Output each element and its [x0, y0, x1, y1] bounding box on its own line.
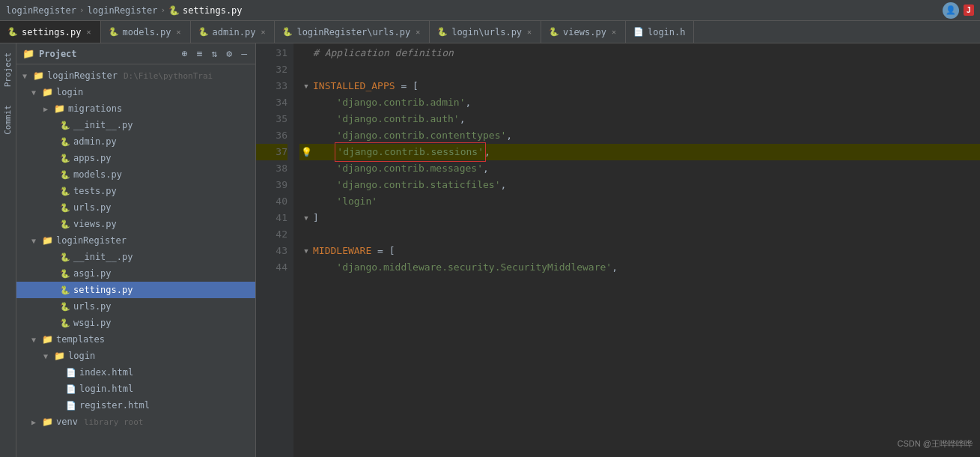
- top-right-icons: 👤 J: [943, 2, 974, 19]
- tree-folder-migrations[interactable]: ▶ 📁 migrations: [16, 100, 255, 117]
- code-lines[interactable]: # Application definition ▼ INSTALLED_APP…: [293, 43, 980, 457]
- tree-folder-login[interactable]: ▼ 📁 login: [16, 84, 255, 100]
- line-39-content: 'django.contrib.staticfiles': [336, 177, 500, 193]
- gutter-37: 💡: [299, 144, 313, 160]
- tab-label-views: views.py: [563, 27, 606, 37]
- project-icon-minimize[interactable]: —: [239, 47, 249, 60]
- project-icon-scope[interactable]: ⊕: [180, 47, 190, 60]
- tree-file-lr-wsgi[interactable]: 🐍 wsgi.py: [16, 315, 255, 331]
- tab-login-h[interactable]: 📄 login.h: [626, 21, 694, 43]
- tree-file-lr-settings[interactable]: 🐍 settings.py: [16, 282, 255, 298]
- tree-file-login-html[interactable]: 📄 login.html: [16, 381, 255, 397]
- tree-file-login-views[interactable]: 🐍 views.py: [16, 216, 255, 232]
- breadcrumb-item-3[interactable]: 🐍 settings.py: [168, 5, 242, 16]
- tree-file-login-tests[interactable]: 🐍 tests.py: [16, 183, 255, 199]
- breadcrumb-item-1[interactable]: loginRegister: [6, 5, 76, 16]
- tab-label-lr-urls: loginRegister\urls.py: [296, 27, 410, 37]
- tree-root-loginregister[interactable]: ▼ 📁 loginRegister D:\File\pythonTrai: [16, 67, 255, 84]
- breadcrumb-item-2[interactable]: loginRegister: [88, 5, 158, 16]
- tab-close-settings[interactable]: ✕: [85, 27, 92, 37]
- line-37-indent: [313, 144, 336, 160]
- tree-file-lr-urls[interactable]: 🐍 urls.py: [16, 298, 255, 315]
- tree-label-index-html: index.html: [79, 367, 133, 378]
- tab-close-lr-urls[interactable]: ✕: [414, 27, 421, 37]
- line-43-var: MIDDLEWARE: [313, 243, 371, 259]
- python-file-icon-3: 🐍: [60, 154, 70, 163]
- tree-folder-loginregister[interactable]: ▼ 📁 loginRegister: [16, 232, 255, 249]
- tab-login-urls[interactable]: 🐍 login\urls.py ✕: [430, 21, 541, 43]
- project-icon-sort[interactable]: ⇅: [210, 47, 220, 60]
- fold-arrow-41[interactable]: ▼: [304, 210, 308, 226]
- gutter-33: ▼: [299, 78, 313, 94]
- code-line-43: ▼ MIDDLEWARE = [: [299, 243, 980, 259]
- fold-arrow-33[interactable]: ▼: [304, 78, 308, 94]
- fold-arrow-43[interactable]: ▼: [304, 243, 308, 259]
- tree-file-login-admin[interactable]: 🐍 admin.py: [16, 133, 255, 150]
- side-label-project[interactable]: Project: [1, 49, 14, 90]
- project-icon-collapse[interactable]: ≡: [195, 47, 205, 60]
- line-40-indent: [313, 193, 336, 210]
- tab-close-models[interactable]: ✕: [175, 27, 183, 37]
- breadcrumb-text-1: loginRegister: [6, 5, 76, 16]
- tab-loginregister-urls[interactable]: 🐍 loginRegister\urls.py ✕: [275, 21, 430, 43]
- project-folder-icon: 📁: [22, 48, 34, 59]
- side-label-commit[interactable]: Commit: [1, 102, 14, 138]
- line-36-indent: [313, 127, 336, 144]
- ln-39: 39: [256, 177, 287, 193]
- user-avatar[interactable]: 👤: [943, 2, 959, 19]
- html-file-icon-1: 📄: [66, 368, 76, 378]
- tab-label-admin: admin.py: [213, 27, 256, 37]
- tree-folder-templates[interactable]: ▼ 📁 templates: [16, 331, 255, 348]
- line-44-indent: [313, 259, 336, 276]
- tree-label-migrations: migrations: [68, 103, 122, 114]
- tree-file-register-html[interactable]: 📄 register.html: [16, 397, 255, 414]
- tab-settings-py[interactable]: 🐍 settings.py ✕: [0, 21, 101, 43]
- line-43-eq: = [: [371, 243, 395, 259]
- tree-file-lr-init[interactable]: 🐍 __init__.py: [16, 249, 255, 265]
- tab-models-py[interactable]: 🐍 models.py ✕: [101, 21, 191, 43]
- tree-label-lr-urls: urls.py: [73, 301, 112, 312]
- tab-admin-py[interactable]: 🐍 admin.py ✕: [191, 21, 276, 43]
- code-line-44: 'django.middleware.security.SecurityMidd…: [299, 259, 980, 276]
- tab-close-l-urls[interactable]: ✕: [526, 27, 533, 37]
- tree-label-templates-login: login: [68, 351, 95, 361]
- tree-label-root: loginRegister: [47, 70, 118, 81]
- tree-arrow-login: ▼: [31, 88, 39, 97]
- tree-folder-templates-login[interactable]: ▼ 📁 login: [16, 348, 255, 364]
- line-32-content: [313, 61, 319, 78]
- python-file-icon: 🐍: [60, 121, 70, 130]
- tree-file-index-html[interactable]: 📄 index.html: [16, 364, 255, 381]
- line-33-var: INSTALLED_APPS: [313, 78, 395, 94]
- tree-file-login-init[interactable]: 🐍 __init__.py: [16, 117, 255, 133]
- python-file-icon-9: 🐍: [60, 269, 70, 279]
- main-area: Project Commit 📁 Project ⊕ ≡ ⇅ ⚙ — ▼ 📁 l…: [0, 43, 980, 457]
- root-path: D:\File\pythonTrai: [124, 71, 213, 81]
- breadcrumb-text-3: settings.py: [183, 5, 242, 16]
- watermark: CSDN @王哗哗哗哗: [898, 438, 973, 450]
- venv-label: library root: [84, 417, 143, 427]
- breadcrumb-sep-2: ›: [160, 5, 165, 15]
- breadcrumb-text-2: loginRegister: [88, 5, 158, 16]
- ln-43: 43: [256, 243, 287, 259]
- code-line-36: 'django.contrib.contenttypes',: [299, 127, 980, 144]
- line-39-indent: [313, 177, 336, 193]
- project-icon-settings[interactable]: ⚙: [224, 47, 234, 60]
- tree-file-login-apps[interactable]: 🐍 apps.py: [16, 150, 255, 166]
- tab-label-settings: settings.py: [22, 27, 81, 37]
- line-35-comma: ,: [460, 111, 466, 127]
- tree-folder-venv[interactable]: ▶ 📁 venv library root: [16, 414, 255, 430]
- tree-label-login-models: models.py: [73, 169, 122, 180]
- line-34-indent: [313, 94, 336, 111]
- tab-close-views[interactable]: ✕: [610, 27, 618, 37]
- breadcrumb-bar: loginRegister › loginRegister › 🐍 settin…: [0, 0, 980, 21]
- tab-views[interactable]: 🐍 views.py ✕: [541, 21, 626, 43]
- bulb-icon-37[interactable]: 💡: [301, 144, 312, 160]
- code-line-37: 💡 'django.contrib.sessions',: [299, 144, 980, 160]
- line-37-content: 'django.contrib.sessions': [336, 144, 484, 160]
- tab-close-admin[interactable]: ✕: [259, 27, 267, 37]
- tree-file-lr-asgi[interactable]: 🐍 asgi.py: [16, 265, 255, 282]
- tree-file-login-urls[interactable]: 🐍 urls.py: [16, 199, 255, 216]
- tab-bar: 🐍 settings.py ✕ 🐍 models.py ✕ 🐍 admin.py…: [0, 21, 980, 43]
- gutter-43: ▼: [299, 243, 313, 259]
- tree-file-login-models[interactable]: 🐍 models.py: [16, 166, 255, 183]
